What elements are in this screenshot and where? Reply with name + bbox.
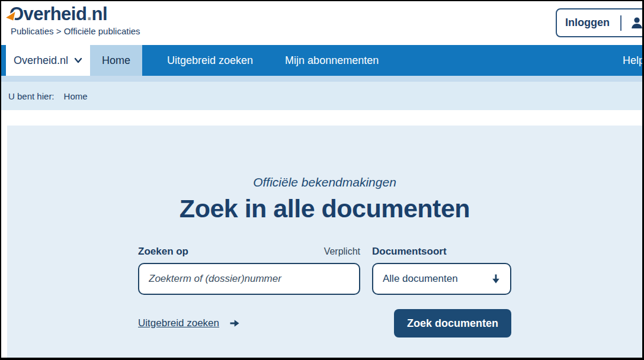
logo-name: Overheid [9, 4, 86, 24]
chevron-down-icon [74, 57, 82, 63]
nav-item-uitgebreid-zoeken[interactable]: Uitgebreid zoeken [155, 45, 265, 76]
document-type-select[interactable]: Alle documenten [372, 263, 511, 295]
search-hero-panel: Officiële bekendmakingen Zoek in alle do… [7, 126, 642, 358]
nav-item-home[interactable]: Home [90, 45, 142, 76]
logo-tld: nl [92, 4, 108, 24]
nav-item-label: Home [102, 54, 130, 67]
required-hint: Verplicht [324, 246, 360, 257]
page: Overheid.nl Publicaties > Officiële publ… [0, 0, 644, 360]
arrow-down-icon [490, 273, 502, 285]
login-divider [620, 15, 621, 31]
advanced-search-label: Uitgebreid zoeken [138, 317, 219, 329]
site-switcher-label: Overheid.nl [14, 54, 68, 67]
login-button[interactable]: Inloggen [556, 8, 644, 37]
search-form: Zoeken op Verplicht Documentsoort Alle d… [138, 246, 511, 338]
site-logo[interactable]: Overheid.nl Publicaties > Officiële publ… [8, 4, 140, 36]
nav-help-label: Help [623, 54, 644, 67]
hero-kicker: Officiële bekendmakingen [7, 175, 642, 189]
logo-arrow-icon [5, 10, 19, 24]
document-type-label: Documentsoort [372, 246, 447, 258]
navbar-bottom-strip [1, 76, 642, 82]
page-title: Zoek in alle documenten [7, 194, 642, 223]
site-header: Overheid.nl Publicaties > Officiële publ… [1, 1, 642, 45]
document-type-field-group: Documentsoort Alle documenten [372, 246, 511, 295]
user-icon [630, 16, 644, 30]
nav-item-help[interactable]: Help [621, 45, 644, 76]
breadcrumb-current-home[interactable]: Home [64, 91, 88, 101]
document-type-selected-value: Alle documenten [383, 273, 458, 285]
nav-item-label: Mijn abonnementen [285, 54, 379, 67]
advanced-search-link[interactable]: Uitgebreid zoeken [138, 317, 241, 329]
logo-wordmark: Overheid.nl [8, 4, 140, 25]
nav-item-mijn-abonnementen[interactable]: Mijn abonnementen [273, 45, 390, 76]
keyword-field-group: Zoeken op Verplicht [138, 246, 360, 295]
main-navbar: Overheid.nl Home Uitgebreid zoeken Mijn … [1, 45, 642, 76]
logo-subtitle: Publicaties > Officiële publicaties [8, 26, 140, 36]
login-label: Inloggen [565, 17, 610, 29]
search-submit-button[interactable]: Zoek documenten [394, 309, 511, 338]
breadcrumb-prefix: U bent hier: [8, 91, 55, 101]
keyword-label: Zoeken op [138, 246, 188, 258]
nav-item-label: Uitgebreid zoeken [167, 54, 253, 67]
arrow-right-icon [229, 317, 241, 329]
form-actions-row: Uitgebreid zoeken Zoek documenten [138, 309, 511, 338]
logo-dot: . [86, 4, 91, 24]
search-input[interactable] [138, 263, 360, 295]
breadcrumb: U bent hier: Home [1, 82, 642, 110]
site-switcher-dropdown[interactable]: Overheid.nl [6, 45, 90, 76]
